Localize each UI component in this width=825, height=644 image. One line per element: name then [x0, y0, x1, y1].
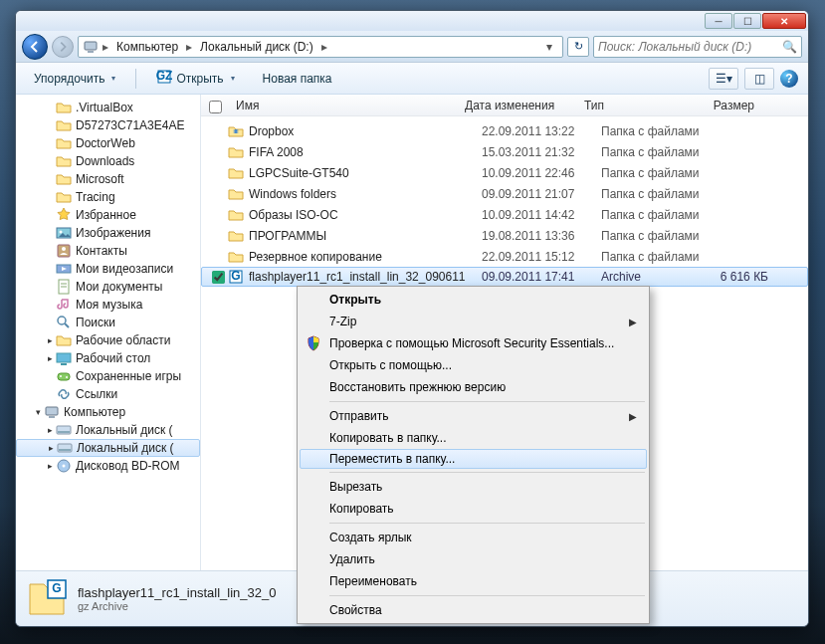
menu-item[interactable]: Копировать — [300, 498, 647, 520]
refresh-button[interactable]: ↻ — [567, 37, 589, 57]
menu-item[interactable]: Переименовать — [300, 570, 647, 592]
menu-item[interactable]: Создать ярлык — [300, 527, 647, 548]
menu-item[interactable]: Свойства — [300, 599, 647, 621]
column-type[interactable]: Тип — [576, 95, 694, 115]
column-name[interactable]: Имя — [228, 95, 457, 115]
select-all-checkbox[interactable] — [209, 99, 222, 115]
file-row[interactable]: Резервное копирование22.09.2011 15:12Пап… — [201, 246, 808, 267]
file-row[interactable]: LGPCSuite-GT54010.09.2011 22:46Папка с ф… — [201, 162, 808, 183]
organize-button[interactable]: Упорядочить — [26, 68, 123, 90]
breadcrumb-computer[interactable]: Компьютер — [112, 40, 182, 54]
tree-item[interactable]: D57273C71A3E4AE — [16, 116, 200, 134]
minimize-button[interactable]: ─ — [705, 13, 732, 29]
menu-item[interactable]: Восстановить прежнюю версию — [300, 376, 647, 398]
tree-item[interactable]: DoctorWeb — [16, 134, 200, 152]
expand-icon[interactable]: ▸ — [44, 335, 56, 345]
file-row[interactable]: ПРОГРАММЫ19.08.2011 13:36Папка с файлами — [201, 225, 808, 246]
svg-rect-1 — [88, 51, 94, 53]
menu-separator — [329, 472, 645, 473]
search-input[interactable] — [598, 40, 782, 54]
menu-item-label: 7-Zip — [329, 315, 356, 328]
dropbox-icon — [227, 123, 245, 139]
row-checkbox[interactable] — [212, 271, 225, 284]
menu-item[interactable]: Копировать в папку... — [300, 427, 647, 449]
help-button[interactable]: ? — [780, 70, 798, 88]
tree-item-label: Локальный диск ( — [77, 441, 174, 455]
search-box[interactable]: 🔍 — [593, 36, 802, 58]
maximize-button[interactable]: ☐ — [733, 13, 761, 29]
menu-item[interactable]: Открыть — [300, 289, 647, 311]
menu-item[interactable]: 7-Zip▶ — [300, 311, 647, 332]
navigation-pane[interactable]: .VirtualBoxD57273C71A3E4AEDoctorWebDownl… — [16, 95, 201, 570]
column-date[interactable]: Дата изменения — [457, 95, 576, 115]
games-icon — [56, 368, 72, 384]
file-row[interactable]: FIFA 200815.03.2011 21:32Папка с файлами — [201, 141, 808, 162]
tree-item[interactable]: Избранное — [16, 206, 200, 224]
tree-item-label: Компьютер — [64, 405, 125, 419]
expand-icon[interactable]: ▸ — [45, 443, 57, 453]
preview-pane-button[interactable]: ◫ — [744, 68, 774, 90]
menu-item[interactable]: Переместить в папку... — [300, 449, 647, 469]
expand-icon[interactable]: ▸ — [44, 353, 56, 363]
tree-item[interactable]: Поиски — [16, 314, 200, 331]
folder-icon — [227, 207, 245, 223]
forward-button[interactable] — [52, 36, 74, 58]
menu-item[interactable]: Открыть с помощью... — [300, 354, 647, 376]
tree-item[interactable]: ▾Компьютер — [16, 403, 200, 421]
file-row[interactable]: Gflashplayer11_rc1_install_lin_32_090611… — [201, 267, 808, 287]
expand-icon[interactable]: ▸ — [44, 425, 56, 435]
newfolder-button[interactable]: Новая папка — [255, 68, 340, 90]
svg-point-18 — [66, 376, 68, 378]
tree-item[interactable]: ▸Дисковод BD-ROM — [16, 457, 200, 475]
tree-item[interactable]: .VirtualBox — [16, 99, 200, 116]
tree-item[interactable]: Мои видеозаписи — [16, 260, 200, 278]
svg-rect-15 — [61, 363, 67, 365]
menu-item[interactable]: Вырезать — [300, 476, 647, 498]
file-type: Папка с файлами — [593, 208, 711, 222]
menu-item-label: Переместить в папку... — [329, 452, 455, 466]
expand-icon[interactable]: ▸ — [44, 461, 56, 471]
tree-item[interactable]: Контакты — [16, 242, 200, 260]
tree-item[interactable]: ▸Локальный диск ( — [16, 421, 200, 439]
tree-item-label: Избранное — [76, 208, 136, 222]
breadcrumb-dropdown[interactable]: ▾ — [540, 40, 558, 54]
tree-item[interactable]: Downloads — [16, 152, 200, 170]
folder-icon — [56, 332, 72, 348]
tree-item-label: Моя музыка — [76, 298, 142, 312]
file-date: 09.09.2011 21:07 — [474, 187, 593, 201]
tree-item[interactable]: Ссылки — [16, 385, 200, 403]
back-button[interactable] — [22, 34, 48, 60]
file-row[interactable]: Dropbox22.09.2011 13:22Папка с файлами — [201, 120, 808, 141]
file-row[interactable]: Образы ISO-OC10.09.2011 14:42Папка с фай… — [201, 204, 808, 225]
tree-item[interactable]: Изображения — [16, 224, 200, 242]
tree-item-label: Контакты — [76, 244, 127, 258]
tree-item-label: Изображения — [76, 226, 150, 240]
expand-icon[interactable]: ▾ — [32, 407, 44, 417]
context-menu: Открыть7-Zip▶Проверка с помощью Microsof… — [297, 286, 650, 624]
file-row[interactable]: Windows folders09.09.2011 21:07Папка с ф… — [201, 183, 808, 204]
breadcrumb[interactable]: ▸ Компьютер ▸ Локальный диск (D:) ▸ ▾ — [78, 36, 563, 58]
open-button[interactable]: GZ Открыть — [148, 65, 242, 92]
column-size[interactable]: Размер — [694, 95, 763, 115]
status-filename: flashplayer11_rc1_install_lin_32_0 — [78, 585, 276, 600]
tree-item[interactable]: ▸Локальный диск ( — [16, 439, 200, 457]
tree-item-label: Ссылки — [76, 387, 117, 401]
tree-item[interactable]: Моя музыка — [16, 296, 200, 314]
tree-item[interactable]: ▸Рабочий стол — [16, 349, 200, 367]
menu-item[interactable]: Отправить▶ — [300, 405, 647, 427]
tree-item[interactable]: ▸Рабочие области — [16, 331, 200, 349]
tree-item[interactable]: Сохраненные игры — [16, 367, 200, 385]
menu-separator — [329, 523, 645, 524]
menu-item[interactable]: Удалить — [300, 548, 647, 570]
svg-point-7 — [62, 247, 66, 251]
tree-item[interactable]: Мои документы — [16, 278, 200, 296]
view-button[interactable]: ☰▾ — [709, 68, 738, 90]
close-button[interactable]: ✕ — [762, 13, 806, 29]
tree-item[interactable]: Tracing — [16, 188, 200, 206]
tree-item[interactable]: Microsoft — [16, 170, 200, 188]
menu-item[interactable]: Проверка с помощью Microsoft Security Es… — [300, 332, 647, 354]
chevron-right-icon: ▸ — [184, 40, 194, 54]
breadcrumb-drive[interactable]: Локальный диск (D:) — [196, 40, 317, 54]
file-type: Папка с файлами — [593, 145, 711, 159]
star-icon — [56, 207, 72, 223]
